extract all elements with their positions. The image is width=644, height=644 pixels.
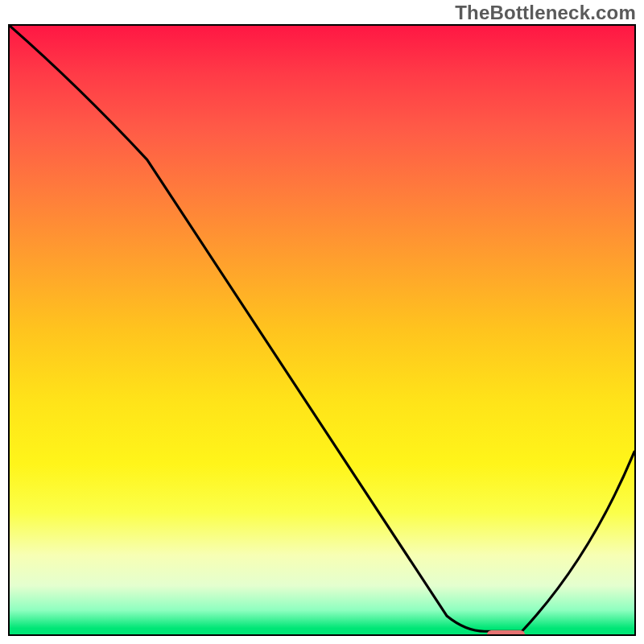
bottleneck-curve xyxy=(10,26,634,634)
curve-path xyxy=(10,26,634,631)
plot-area xyxy=(8,24,636,636)
watermark-text: TheBottleneck.com xyxy=(455,2,636,24)
optimal-range-marker xyxy=(487,630,525,636)
chart-container: TheBottleneck.com xyxy=(0,0,644,644)
